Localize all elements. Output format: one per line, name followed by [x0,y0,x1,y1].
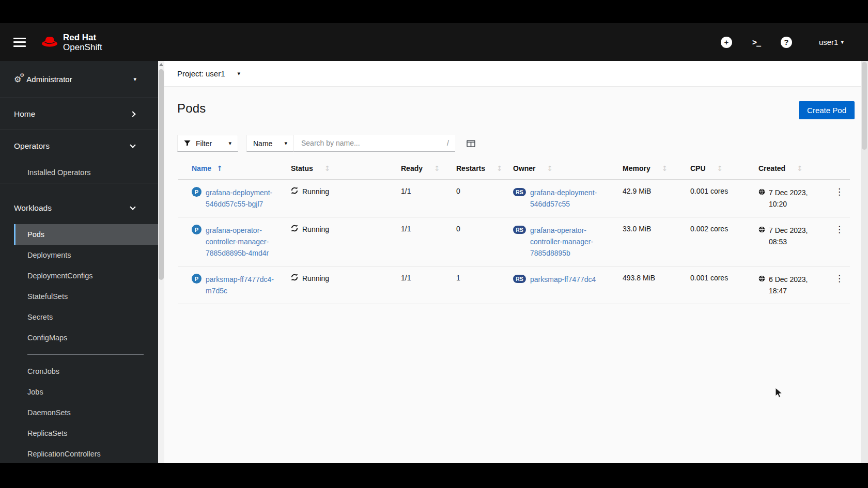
gears-icon: ⚙⚙ [14,74,21,84]
terminal-icon[interactable]: >_ [750,37,763,48]
sort-icon: ↕ [434,164,440,172]
column-header-actions [832,164,850,180]
cpu-cell: 0.001 cores [690,180,758,217]
scrollbar-thumb[interactable] [159,69,164,280]
column-header-created[interactable]: Created↕ [758,164,832,180]
sidebar-item-daemonsets[interactable]: DaemonSets [14,402,158,423]
perspective-switcher[interactable]: ⚙⚙ Administrator ▾ [0,61,158,98]
kebab-menu-icon[interactable]: ⋮ [832,187,847,196]
replicaset-badge: RS [513,275,526,283]
column-header-ready[interactable]: Ready↕ [401,164,456,180]
cpu-cell: 0.002 cores [690,217,758,266]
sidebar-item-secrets[interactable]: Secrets [14,307,158,327]
sidebar-scrollbar[interactable] [158,61,164,463]
pod-link[interactable]: grafana-operator-controller-manager-7885… [206,225,284,259]
sidebar-item-cronjobs[interactable]: CronJobs [14,361,158,382]
redhat-fedora-icon [40,35,59,50]
sidebar-item-home[interactable]: Home [0,98,158,130]
globe-icon [758,275,765,296]
memory-cell: 42.9 MiB [623,180,690,217]
replicaset-badge: RS [513,188,526,196]
replicaset-badge: RS [513,226,526,234]
scroll-up-icon[interactable] [159,63,163,66]
column-header-status[interactable]: Status↕ [291,164,401,180]
globe-icon [758,226,765,247]
brand-logo: Red Hat OpenShift [40,33,102,52]
sidebar-item-deployments[interactable]: Deployments [14,245,158,265]
manage-columns-icon[interactable] [467,139,475,148]
sidebar-item-pods[interactable]: Pods [14,224,158,245]
sort-icon: ↕ [324,164,331,172]
created-cell: 6 Dec 2023, 18:47 [769,274,816,296]
sort-ascending-icon: ↑ [216,164,223,172]
table-row: P grafana-deployment-546dd57c55-bgjl7 Ru… [178,180,850,217]
filter-icon [184,140,191,147]
status-text: Running [302,225,329,233]
column-header-restarts[interactable]: Restarts↕ [456,164,513,180]
pod-badge: P [192,225,202,234]
column-header-cpu[interactable]: CPU↕ [690,164,758,180]
search-type-select[interactable]: Name ▾ [246,135,294,152]
search-box: / [294,135,455,152]
chevron-down-icon: ▾ [238,71,241,76]
nav-group-label: Workloads [14,203,52,213]
globe-icon [758,188,765,210]
perspective-label: Administrator [26,75,72,84]
restarts-cell: 0 [456,180,513,217]
owner-link[interactable]: grafana-operator-controller-manager-7885… [530,225,615,259]
column-header-memory[interactable]: Memory↕ [623,164,690,180]
nav-group-label: Operators [14,141,50,151]
column-header-owner[interactable]: Owner↕ [513,164,623,180]
ready-cell: 1/1 [401,266,456,304]
sidebar-item-deploymentconfigs[interactable]: DeploymentConfigs [14,265,158,286]
pods-table: Name↑ Status↕ Ready↕ Restarts↕ Owner↕ Me… [178,164,850,304]
restarts-cell: 1 [456,266,513,304]
sidebar-sub-divider [27,354,144,355]
sidebar-item-workloads[interactable]: Workloads [0,192,158,224]
sidebar-item-operators[interactable]: Operators [0,130,158,162]
help-icon[interactable]: ? [781,37,792,48]
masthead-toolbar: + >_ ? user1 ▾ [721,23,844,61]
username: user1 [819,38,839,46]
sidebar-divider [0,183,158,183]
kebab-menu-icon[interactable]: ⋮ [832,274,847,283]
search-input[interactable] [294,135,455,152]
user-menu[interactable]: user1 ▾ [819,38,844,46]
chevron-right-icon [130,111,135,117]
mouse-cursor [775,388,783,400]
sort-icon: ↕ [662,164,668,172]
add-icon[interactable]: + [721,37,732,48]
owner-link[interactable]: grafana-deployment-546dd57c55 [530,187,615,210]
sort-icon: ↕ [797,164,803,172]
owner-link[interactable]: parksmap-ff7477dc4 [530,274,596,285]
project-bar: Project: user1 ▾ [164,61,861,87]
pod-link[interactable]: parksmap-ff7477dc4-m7d5c [206,274,284,296]
search-shortcut-hint: / [447,139,449,147]
project-selector[interactable]: Project: user1 ▾ [177,69,240,78]
chevron-down-icon: ▾ [841,39,844,45]
sidebar-item-statefulsets[interactable]: StatefulSets [14,286,158,307]
sidebar-nav: ⚙⚙ Administrator ▾ Home Operators Instal… [0,61,158,463]
kebab-menu-icon[interactable]: ⋮ [832,225,847,234]
scrollbar-thumb[interactable] [862,62,867,150]
chevron-down-icon [130,142,135,148]
nav-toggle-icon[interactable] [13,38,26,47]
column-header-name[interactable]: Name↑ [178,164,291,180]
page-scrollbar[interactable] [861,61,868,463]
pod-badge: P [192,187,202,197]
sidebar-item-jobs[interactable]: Jobs [14,382,158,402]
sort-icon: ↕ [717,164,723,172]
restarts-cell: 0 [456,217,513,266]
sidebar-item-installed-operators[interactable]: Installed Operators [14,162,158,183]
pod-badge: P [192,274,202,284]
sidebar-item-replicasets[interactable]: ReplicaSets [14,423,158,444]
sidebar-item-configmaps[interactable]: ConfigMaps [14,327,158,348]
screen: Red Hat OpenShift + >_ ? user1 ▾ ⚙⚙ Admi… [0,0,868,488]
sidebar-item-replicationcontrollers[interactable]: ReplicationControllers [14,444,158,464]
create-pod-button[interactable]: Create Pod [799,101,855,119]
filter-dropdown[interactable]: Filter ▾ [177,135,238,152]
pod-link[interactable]: grafana-deployment-546dd57c55-bgjl7 [206,187,284,210]
table-header-row: Name↑ Status↕ Ready↕ Restarts↕ Owner↕ Me… [178,164,850,180]
status-text: Running [302,274,329,282]
sync-running-icon [291,274,298,282]
